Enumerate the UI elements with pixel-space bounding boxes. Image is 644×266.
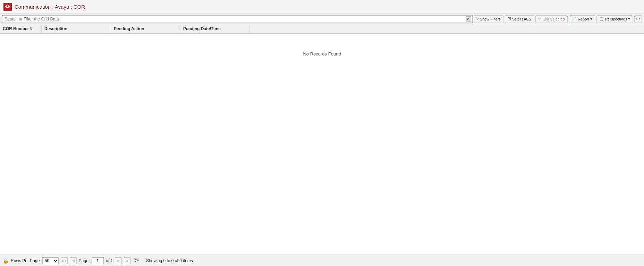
showing-items-text: Showing 0 to 0 of 0 items — [146, 258, 193, 263]
col-header-pending-datetime[interactable]: Pending Date/Time — [180, 25, 250, 33]
column-headers: COR Number ⇅ Description Pending Action … — [0, 24, 644, 34]
report-icon: 📄 — [572, 17, 577, 21]
grid-body: No Records Found — [0, 34, 644, 255]
lock-icon: 🔒 — [3, 258, 9, 264]
sort-icon-cor: ⇅ — [30, 27, 33, 31]
perspectives-button[interactable]: 📋 Perspectives ▾ — [596, 15, 633, 23]
perspectives-dropdown-icon: ▾ — [628, 17, 630, 21]
prev-page-button[interactable]: ◀ — [70, 257, 77, 264]
settings-button[interactable]: ⚙ — [634, 15, 642, 23]
report-dropdown-icon: ▾ — [590, 17, 592, 21]
of-pages-label: of 1 — [106, 258, 113, 263]
first-page-button[interactable]: ⏮ — [61, 257, 68, 264]
filter-icon: ▿ — [477, 17, 479, 21]
search-clear-button[interactable]: ✕ — [466, 16, 471, 22]
report-button[interactable]: 📄 Report ▾ — [569, 15, 595, 23]
page-title: Communication : Avaya : COR — [15, 4, 85, 10]
rows-per-page-container: Rows Per Page: 10 25 50 100 — [11, 257, 59, 264]
refresh-button[interactable]: ⟳ — [133, 257, 141, 265]
page-label: Page: — [79, 258, 90, 263]
search-container: ✕ — [2, 15, 473, 23]
last-page-button[interactable]: ⏭ — [124, 257, 131, 264]
select-aes-button[interactable]: ☑ Select AES — [505, 15, 534, 23]
perspectives-icon: 📋 — [599, 17, 604, 21]
search-input[interactable] — [2, 15, 473, 23]
edit-icon: ✏ — [538, 17, 541, 21]
rows-per-page-label: Rows Per Page: — [11, 258, 41, 263]
no-records-message: No Records Found — [303, 51, 341, 57]
col-header-pending-action[interactable]: Pending Action — [111, 25, 180, 33]
edit-selected-button[interactable]: ✏ Edit Selected — [535, 15, 568, 23]
show-filters-button[interactable]: ▿ Show Filters — [474, 15, 504, 23]
next-page-button[interactable]: ▶ — [115, 257, 122, 264]
rows-per-page-select[interactable]: 10 25 50 100 — [42, 257, 59, 264]
page-input[interactable] — [92, 257, 104, 264]
col-header-description[interactable]: Description — [42, 25, 111, 33]
app-icon — [3, 3, 12, 11]
col-header-cor-number[interactable]: COR Number ⇅ — [0, 25, 42, 33]
aes-icon: ☑ — [508, 17, 511, 21]
footer: 🔒 Rows Per Page: 10 25 50 100 ⏮ ◀ Page: … — [0, 255, 644, 266]
